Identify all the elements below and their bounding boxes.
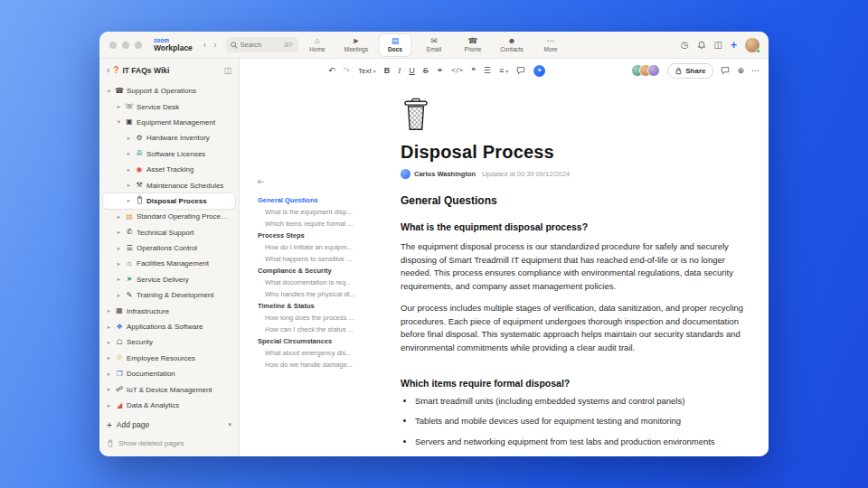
outline-item[interactable]: What documentation is req... bbox=[258, 277, 355, 288]
outline-item[interactable]: How do I initiate an equipm... bbox=[258, 241, 355, 253]
chevron-right-icon[interactable]: ▸ bbox=[126, 150, 132, 157]
code-icon[interactable]: </> bbox=[451, 68, 463, 74]
chevron-right-icon[interactable]: ▸ bbox=[106, 402, 112, 409]
outline-item[interactable]: Who handles the physical di... bbox=[258, 288, 355, 300]
chevron-right-icon[interactable]: ▸ bbox=[106, 324, 112, 331]
chevron-right-icon[interactable]: ▸ bbox=[106, 371, 112, 378]
strikethrough-button[interactable]: S bbox=[423, 67, 429, 75]
outline-item[interactable]: What happens to sensitive ... bbox=[258, 253, 355, 265]
outline-section-timeline-status[interactable]: Timeline & Status bbox=[258, 300, 355, 312]
redo-icon[interactable]: ↷ bbox=[344, 67, 351, 75]
tab-contacts[interactable]: ☻ Contacts bbox=[495, 33, 529, 57]
close-window-button[interactable] bbox=[109, 42, 117, 49]
comment-icon[interactable] bbox=[516, 62, 525, 79]
sidebar-item-service-delivery[interactable]: ▸ ➤ Service Delivery bbox=[103, 272, 235, 287]
sidebar-back-button[interactable]: ‹ bbox=[107, 65, 109, 75]
more-options-icon[interactable]: ⋯ bbox=[751, 67, 760, 75]
sidebar-item-infrastructure[interactable]: ▸ ▦ Infrastructure bbox=[103, 303, 235, 318]
sidebar-item-security[interactable]: ▸ ☖ Security bbox=[103, 334, 235, 350]
zoom-window-button[interactable] bbox=[135, 42, 142, 49]
sidebar-item-employee-resources[interactable]: ▸ ☺ Employee Resources bbox=[103, 351, 235, 366]
sidebar-item-standard-operating-procedures[interactable]: ▸ ▤ Standard Operating Procedures bbox=[103, 209, 235, 224]
add-page-button[interactable]: + Add page ▾ bbox=[107, 418, 231, 432]
chevron-down-icon[interactable]: ▾ bbox=[106, 88, 112, 95]
quote-icon[interactable]: ❝ bbox=[471, 67, 476, 75]
outline-section-process-steps[interactable]: Process Steps bbox=[258, 230, 355, 241]
sidebar-item-data-analytics[interactable]: ▸ ◢ Data & Analytics bbox=[103, 398, 235, 413]
chevron-right-icon[interactable]: ▸ bbox=[106, 307, 112, 314]
bold-button[interactable]: B bbox=[384, 67, 391, 75]
outline-item[interactable]: How can I check the status ... bbox=[258, 324, 355, 335]
tab-more[interactable]: ⋯ More bbox=[534, 33, 568, 57]
globe-icon[interactable]: ⊕ bbox=[737, 67, 744, 75]
sidebar-item-applications-software[interactable]: ▸ ❖ Applications & Software bbox=[103, 319, 235, 334]
sidebar-item-documentation[interactable]: ▸ ❒ Documentation bbox=[103, 366, 235, 381]
chevron-down-icon[interactable]: ▾ bbox=[228, 421, 231, 428]
collapse-outline-icon[interactable]: ⇤ bbox=[258, 177, 265, 186]
chevron-right-icon[interactable]: ▸ bbox=[106, 354, 112, 361]
chevron-right-icon[interactable]: ▸ bbox=[116, 260, 122, 267]
outline-section-compliance-security[interactable]: Compliance & Security bbox=[258, 265, 355, 277]
sidebar-item-maintenance-schedules[interactable]: ▸ ⚒ Maintenance Schedules bbox=[103, 177, 235, 192]
chevron-right-icon[interactable]: ▸ bbox=[126, 197, 132, 204]
nav-back-button[interactable]: ‹ bbox=[203, 40, 206, 50]
chevron-right-icon[interactable]: ▸ bbox=[116, 276, 122, 283]
chevron-right-icon[interactable]: ▸ bbox=[126, 135, 132, 142]
sidebar-item-operations-control[interactable]: ▸ ☰ Operations Control bbox=[103, 240, 235, 256]
chevron-right-icon[interactable]: ▸ bbox=[106, 339, 112, 346]
chevron-down-icon[interactable]: ▾ bbox=[116, 118, 122, 126]
sidebar-item-equipment-management[interactable]: ▾ ▣ Equipment Management bbox=[103, 115, 235, 130]
chevron-right-icon[interactable]: ▸ bbox=[116, 292, 122, 299]
new-item-plus-button[interactable]: + bbox=[731, 40, 737, 51]
collaborator-avatars[interactable] bbox=[631, 64, 660, 77]
search-input[interactable] bbox=[241, 41, 277, 49]
sidebar-item-iot-device-management[interactable]: ▸ ☍ IoT & Device Management bbox=[103, 381, 235, 397]
show-deleted-pages-button[interactable]: Show deleted pages bbox=[107, 436, 231, 450]
outline-item[interactable]: What is the equipment disp... bbox=[258, 206, 355, 218]
sidebar-item-service-desk[interactable]: ▸ ☏ Service Desk bbox=[103, 99, 235, 114]
side-panel-toggle-icon[interactable]: ◫ bbox=[714, 41, 722, 50]
text-style-dropdown[interactable]: Text ▾ bbox=[358, 67, 376, 75]
user-avatar[interactable] bbox=[745, 38, 760, 52]
sidebar-collapse-icon[interactable]: ◫ bbox=[223, 66, 231, 75]
minimize-window-button[interactable] bbox=[122, 42, 129, 49]
chevron-right-icon[interactable]: ▸ bbox=[116, 213, 122, 221]
tab-docs[interactable]: ▤ Docs bbox=[379, 33, 412, 57]
global-search[interactable]: ⌘F bbox=[226, 37, 298, 52]
link-icon[interactable]: ⚭ bbox=[437, 67, 444, 75]
comments-panel-icon[interactable] bbox=[721, 62, 730, 79]
history-clock-icon[interactable]: ◷ bbox=[681, 41, 689, 50]
ai-companion-icon[interactable]: ✦ bbox=[533, 65, 545, 77]
outline-section-special-circumstances[interactable]: Special Circumstances bbox=[258, 335, 355, 347]
notifications-bell-icon[interactable] bbox=[697, 41, 706, 50]
outline-section-general-questions[interactable]: General Questions bbox=[258, 194, 355, 206]
chevron-right-icon[interactable]: ▸ bbox=[116, 103, 122, 110]
nav-forward-button[interactable]: › bbox=[213, 40, 216, 50]
sidebar-item-technical-support[interactable]: ▸ ✆ Technical Support bbox=[103, 225, 235, 240]
chevron-right-icon[interactable]: ▸ bbox=[126, 166, 132, 174]
tab-meetings[interactable]: ► Meetings bbox=[340, 33, 373, 57]
outline-item[interactable]: How do we handle damage... bbox=[258, 359, 355, 371]
align-dropdown[interactable]: ≡ ▾ bbox=[499, 67, 508, 75]
sidebar-item-disposal-process[interactable]: ▸ Disposal Process bbox=[103, 193, 235, 209]
sidebar-item-hardware-inventory[interactable]: ▸ ⚙ Hardware Inventory bbox=[103, 130, 235, 145]
sidebar-item-support-operations[interactable]: ▾ ☎ Support & Operations bbox=[103, 83, 235, 99]
tab-home[interactable]: ⌂ Home bbox=[301, 33, 335, 57]
outline-item[interactable]: Which items require formal ... bbox=[258, 218, 355, 230]
tab-email[interactable]: ✉ Email bbox=[418, 33, 451, 57]
outline-item[interactable]: What about emergency dis... bbox=[258, 347, 355, 359]
sidebar-item-training-development[interactable]: ▸ ✎ Training & Development bbox=[103, 287, 235, 303]
outline-item[interactable]: How long does the process ... bbox=[258, 312, 355, 324]
tab-phone[interactable]: ☎ Phone bbox=[457, 33, 490, 57]
chevron-right-icon[interactable]: ▸ bbox=[106, 386, 112, 393]
undo-icon[interactable]: ↶ bbox=[328, 67, 335, 75]
chevron-right-icon[interactable]: ▸ bbox=[126, 182, 132, 189]
share-button[interactable]: Share bbox=[667, 63, 713, 79]
list-icon[interactable]: ☰ bbox=[484, 67, 491, 75]
chevron-right-icon[interactable]: ▸ bbox=[116, 229, 122, 236]
italic-button[interactable]: I bbox=[398, 67, 401, 75]
sidebar-item-asset-tracking[interactable]: ▸ ◉ Asset Tracking bbox=[103, 162, 235, 177]
chevron-right-icon[interactable]: ▸ bbox=[116, 245, 122, 252]
sidebar-item-software-licenses[interactable]: ▸ ✇ Software Licenses bbox=[103, 146, 235, 162]
underline-button[interactable]: U bbox=[409, 67, 415, 75]
